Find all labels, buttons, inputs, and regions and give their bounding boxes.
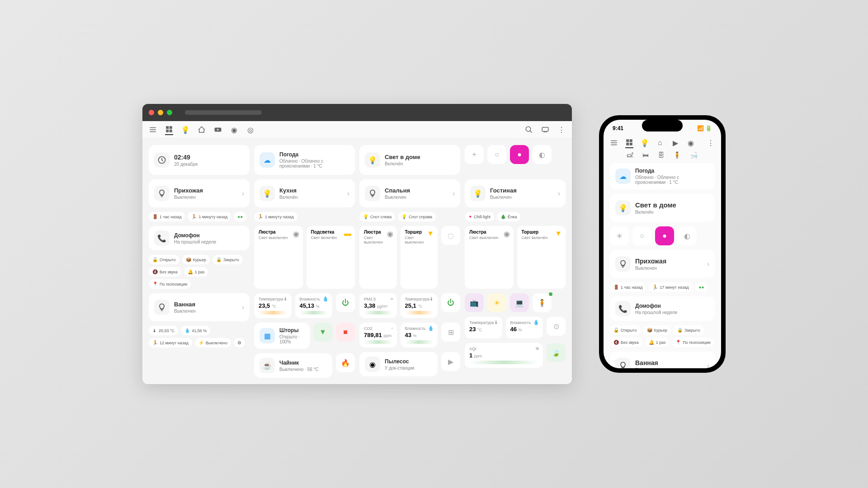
scene-night-button[interactable]: ◐ [533,145,552,164]
scene-party-button[interactable]: ● [655,226,674,245]
light-living-chandelier[interactable]: ЛюстраСвет выключен◉ [465,226,514,289]
light-bedroom-chandelier[interactable]: ЛюстраСвет выключен◉ [359,226,397,289]
youtube-icon[interactable]: ▶ [671,139,679,147]
scene-sun[interactable]: ☀ [487,293,506,312]
sensor-living-temp[interactable]: Температура23 °C🌡 [465,317,502,338]
url-bar[interactable] [185,110,262,115]
light-icon[interactable]: 💡 [641,139,649,147]
tab-person-icon[interactable]: 🧍 [673,151,681,159]
phone-hallway[interactable]: ПрихожаяВыключен › [610,250,715,278]
chip-lights[interactable]: ●● [234,212,246,221]
chip-tree[interactable]: 🎄Ёлка [497,212,520,221]
chip-hum[interactable]: 💧41,56 % [181,326,210,335]
chip-motion[interactable]: 🚪1 час назад [610,282,646,292]
room-hallway[interactable]: ПрихожаяВыключен › [149,179,250,207]
tab-office-icon[interactable]: 🗄 [658,151,664,159]
chip-presence[interactable]: 🏃17 минут назад [649,282,692,292]
intercom-open[interactable]: 🔓Открыто [610,325,641,335]
kettle-boil-button[interactable]: 🔥 [336,353,355,372]
light-kitchen-chandelier[interactable]: ЛюстраСвет выключен◉ [254,226,303,289]
youtube-icon[interactable] [214,126,222,134]
sensor-living-hum[interactable]: Влажность46 %💧 [506,317,543,338]
chip-motion[interactable]: 🏃1 минуту назад [254,212,297,221]
intercom-geo[interactable]: 📍По геопозиции [149,279,191,289]
vacuum-card[interactable]: ◉ПылесосУ док-станции [359,352,438,376]
phone-intercom[interactable]: 📞 ДомофонНа прошлой неделе [610,296,715,321]
dashboard-icon[interactable] [625,140,633,148]
menu-icon[interactable] [610,139,618,147]
sensor-kitchen-hum[interactable]: Влажность45,13 %💧 [295,293,333,318]
tab-bed-icon[interactable]: 🛏 [642,151,649,159]
home-icon[interactable] [198,126,206,134]
layers-icon[interactable]: ◉ [230,126,238,134]
chip-motion[interactable]: 🚪1 час назад [149,212,185,221]
scene-night-button[interactable]: ◐ [678,226,697,245]
chip-off[interactable]: ⚡Выключено [195,338,231,347]
search-icon[interactable] [525,126,533,134]
chip-spot-left[interactable]: 💡Спот слева [359,212,395,221]
light-bedroom-floor[interactable]: ТоршерСвет выключен▼ [401,226,438,289]
camera-icon[interactable]: ◎ [246,126,255,134]
scene-pc[interactable]: 💻 [510,293,529,312]
more-icon[interactable]: ⋮ [557,126,566,134]
light-icon[interactable]: 💡 [181,126,189,134]
bedroom-extra-button[interactable]: ⊞ [441,323,460,342]
kettle-card[interactable]: ☕ЧайникВыключено · 56 °C [254,353,332,378]
dashboard-icon[interactable] [165,127,173,135]
light-kitchen-backlight[interactable]: ПодсветкаСвет включён▬ [307,226,355,289]
room-living[interactable]: 💡 ГостинаяВыключен › [465,179,566,207]
home-icon[interactable]: ⌂ [656,139,664,147]
phone-bathroom[interactable]: ВаннаяВыключен › [610,352,715,368]
more-icon[interactable]: ⋮ [707,139,715,147]
intercom-once[interactable]: 🔔1 раз [184,267,208,277]
purifier-button[interactable]: 🍃 [547,343,566,362]
chip-lights[interactable]: ●● [695,282,708,292]
scene-person[interactable]: 🧍 [533,293,552,312]
sensor-bedroom-temp[interactable]: Температура25,1 °C🌡 [401,293,438,318]
close-window-icon[interactable] [149,110,154,115]
sensor-bedroom-hum[interactable]: Влажность43 %💧 [401,323,438,347]
sensor-bedroom-pm[interactable]: PM2.53,38 μg/m³≈ [359,293,397,318]
scene-empty-button[interactable]: ○ [487,145,506,164]
intercom-open[interactable]: 🔓Открыто [149,255,179,264]
weather-card[interactable]: ☁ ПогодаОблачно · Облачно с прояснениями… [254,145,355,175]
intercom-courier[interactable]: 📦Курьер [182,255,210,264]
menu-icon[interactable] [149,126,157,134]
intercom-closed[interactable]: 🔒Закрыто [674,325,704,335]
extra-button[interactable]: ◌ [441,226,460,245]
intercom-courier[interactable]: 📦Курьер [643,325,671,335]
chip-presence[interactable]: 🏃1 минуту назад [188,212,231,221]
intercom-once[interactable]: 🔔1 раз [645,338,670,347]
intercom-mute[interactable]: 🔇Без звука [610,338,642,347]
curtains-card[interactable]: ▦ШторыОткрыто · 100% [254,323,310,349]
chip-spot-right[interactable]: 💡Спот справа [398,212,436,221]
scene-tv[interactable]: 📺 [465,293,484,312]
maximize-window-icon[interactable] [167,110,172,115]
scene-add-button[interactable]: + [465,145,484,164]
chat-icon[interactable] [541,126,549,134]
intercom-closed[interactable]: 🔒Закрыто [212,255,243,264]
curtain-close-button[interactable]: ▼ [313,323,332,342]
chip-chill[interactable]: ✦Chill-light [465,212,494,221]
bedroom-power-button[interactable]: ⏻ [441,293,460,312]
sensor-bedroom-co2[interactable]: CO2789,81 ppm◦ [359,323,397,347]
intercom-geo[interactable]: 📍По геопозиции [672,338,714,347]
tab-sofa-icon[interactable]: 🛋 [627,151,633,159]
light-living-floor[interactable]: ТоршерСвет включён▼ [517,226,566,289]
room-bathroom[interactable]: ВаннаяВыключен › [149,293,250,321]
chip-motion[interactable]: 🏃12 минут назад [149,338,192,347]
curtain-stop-button[interactable]: ■ [336,323,355,342]
minimize-window-icon[interactable] [158,110,163,115]
tab-bath-icon[interactable]: 🛁 [690,151,698,159]
vacuum-start-button[interactable]: ▶ [441,352,460,371]
layers-icon[interactable]: ◉ [687,139,695,147]
intercom-card[interactable]: 📞 ДомофонНа прошлой неделе [149,226,250,250]
scene-party-button[interactable]: ● [510,145,529,164]
room-bedroom[interactable]: СпальняВыключен › [359,179,460,207]
chip-gear[interactable]: ⚙ [234,338,245,347]
scene-empty-button[interactable]: ○ [632,226,651,245]
homelight-card[interactable]: 💡 Свет в домеВключён [359,145,460,175]
living-extra-button[interactable]: ⊙ [547,317,566,336]
kitchen-power-button[interactable]: ⏻ [336,293,355,312]
scene-sun-button[interactable]: ☀ [610,226,629,245]
